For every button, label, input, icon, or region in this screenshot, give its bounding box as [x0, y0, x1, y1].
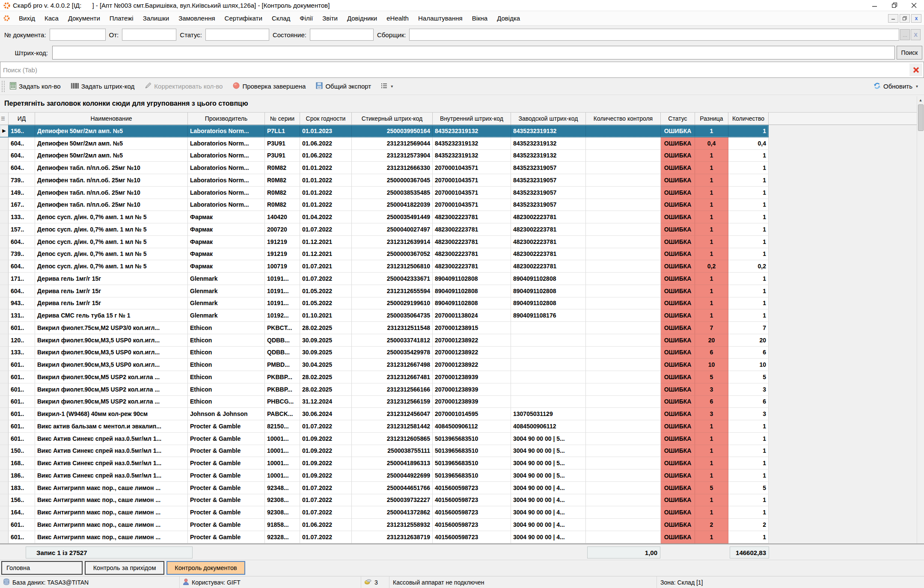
cell-manufacturer[interactable]: Procter & Gamble [188, 420, 265, 433]
cell-series[interactable]: 140420 [265, 211, 300, 223]
cell-diff[interactable]: 5 [695, 482, 728, 494]
cell-manufacturer[interactable]: Procter & Gamble [188, 433, 265, 445]
cell-diff[interactable]: 5 [695, 371, 728, 383]
cell-series[interactable]: PMBD... [265, 359, 300, 371]
cell-factory-code[interactable]: 8904091102808 [511, 297, 586, 310]
cell-status[interactable]: ОШИБКА [661, 433, 695, 445]
cell-sticker-code[interactable]: 2500029199610 [352, 297, 433, 310]
cell-id[interactable]: 167.. [9, 199, 35, 211]
cell-manufacturer[interactable]: Laboratorios Norm... [188, 150, 265, 162]
column-header-status[interactable]: Статус [661, 113, 695, 125]
table-row[interactable]: 604..Депиофен 50мг/2мл амп. №5Laboratori… [0, 150, 769, 162]
cell-qty[interactable]: 1 [728, 506, 769, 519]
cell-sticker-code[interactable]: 2312312558932 [352, 519, 433, 531]
cell-factory-code[interactable]: 3004 90 00 00 | 4... [511, 494, 586, 507]
cell-status[interactable]: ОШИБКА [661, 457, 695, 469]
cell-name[interactable]: Викс Антигрипп макс пор., саше лимон ... [35, 531, 188, 543]
cell-diff[interactable]: 1 [695, 297, 728, 310]
cell-internal-code[interactable]: 5013965683510 [433, 469, 511, 482]
menu-item-11[interactable]: eHealth [382, 13, 413, 24]
cell-diff[interactable]: 1 [695, 433, 728, 445]
cell-expiry[interactable]: 01.09.2022 [300, 457, 352, 469]
cell-expiry[interactable]: 01.10.2021 [300, 309, 352, 322]
cell-id[interactable]: 601.. [9, 322, 35, 334]
cell-internal-code[interactable]: 4823002223781 [433, 248, 511, 261]
cell-status[interactable]: ОШИБКА [661, 519, 695, 531]
cell-factory-code[interactable] [511, 359, 586, 371]
cell-manufacturer[interactable]: Glenmark [188, 297, 265, 310]
cell-qty[interactable]: 2 [728, 519, 769, 531]
cell-id[interactable]: 604.. [9, 260, 35, 273]
cell-name[interactable]: Викрил фиолет.90см,М3,5 USP0 кол.игл... [35, 334, 188, 347]
cell-control-qty[interactable] [586, 433, 661, 445]
cell-control-qty[interactable] [586, 309, 661, 322]
cell-id[interactable]: 149.. [9, 187, 35, 199]
cell-diff[interactable]: 1 [695, 273, 728, 285]
cell-sticker-code[interactable]: 2312312667481 [352, 371, 433, 383]
cell-qty[interactable]: 1 [728, 125, 769, 137]
cell-sticker-code[interactable]: 2312312569044 [352, 137, 433, 150]
cell-name[interactable]: Депос сусп. д/ин. 0,7% амп. 1 мл № 5 [35, 248, 188, 261]
cell-control-qty[interactable] [586, 162, 661, 174]
cell-expiry[interactable]: 01.09.2022 [300, 469, 352, 482]
cell-expiry[interactable]: 01.05.2022 [300, 285, 352, 297]
table-row[interactable]: 601..Викс актив бальзам с ментол.и эвкал… [0, 420, 769, 433]
table-row[interactable]: 739..Депиофен табл. п/пл.об. 25мг №10Lab… [0, 174, 769, 187]
cell-internal-code[interactable]: 8435232319132 [433, 150, 511, 162]
cell-control-qty[interactable] [586, 347, 661, 359]
cell-control-qty[interactable] [586, 482, 661, 494]
cell-factory-code[interactable]: 4823002223781 [511, 236, 586, 248]
tab-kontrol-za-prykhodom[interactable]: Контроль за прихідом [85, 561, 164, 575]
collector-clear-button[interactable]: X [911, 29, 921, 40]
cell-expiry[interactable]: 01.07.2022 [300, 506, 352, 519]
cell-status[interactable]: ОШИБКА [661, 408, 695, 420]
cell-sticker-code[interactable]: 2500039732227 [352, 494, 433, 507]
cell-status[interactable]: ОШИБКА [661, 211, 695, 223]
cell-diff[interactable]: 3 [695, 408, 728, 420]
cell-diff[interactable]: 1 [695, 531, 728, 543]
cell-control-qty[interactable] [586, 469, 661, 482]
cell-internal-code[interactable]: 2070001138024 [433, 309, 511, 322]
refresh-button[interactable]: Обновить ▾ [873, 82, 918, 91]
export-button[interactable]: Общий экспорт [314, 81, 373, 92]
cell-internal-code[interactable]: 2070001043571 [433, 199, 511, 211]
cell-status[interactable]: ОШИБКА [661, 248, 695, 261]
cell-control-qty[interactable] [586, 150, 661, 162]
cell-status[interactable]: ОШИБКА [661, 420, 695, 433]
cell-factory-code[interactable]: 8904091102808 [511, 285, 586, 297]
cell-name[interactable]: Викс Антигрипп макс пор., саше лимон ... [35, 482, 188, 494]
table-row[interactable]: 150..Викс Актив Синекс спрей наз.0.5мг/м… [0, 445, 769, 457]
table-row[interactable]: 156..Викс Антигрипп макс пор., саше лимо… [0, 494, 769, 507]
table-row[interactable]: 943..Дерива гель 1мг/г 15гGlenmark10191.… [0, 297, 769, 310]
collector-input[interactable] [409, 29, 899, 41]
cell-id[interactable]: 943.. [9, 297, 35, 310]
cell-id[interactable]: 156.. [9, 494, 35, 507]
cell-internal-code[interactable]: 4823002223781 [433, 223, 511, 236]
clear-search-button[interactable] [909, 63, 922, 76]
cell-name[interactable]: Викрил фиолет.90см,М5 USP2 кол.игла ... [35, 396, 188, 408]
cell-internal-code[interactable]: 2070001043571 [433, 174, 511, 187]
cell-id[interactable]: 133.. [9, 347, 35, 359]
cell-id[interactable]: 150.. [9, 445, 35, 457]
cell-internal-code[interactable]: 8435232319132 [433, 137, 511, 150]
cell-status[interactable]: ОШИБКА [661, 494, 695, 507]
cell-factory-code[interactable]: 8435232319057 [511, 162, 586, 174]
correct-quantity-button[interactable]: Корректировать кол-во [143, 81, 224, 92]
cell-internal-code[interactable]: 2070001238922 [433, 347, 511, 359]
cell-factory-code[interactable]: 8435232319057 [511, 174, 586, 187]
cell-id[interactable]: 183.. [9, 482, 35, 494]
cell-id[interactable]: 157.. [9, 223, 35, 236]
barcode-input[interactable] [52, 46, 895, 59]
cell-expiry[interactable]: 01.09.2022 [300, 445, 352, 457]
cell-internal-code[interactable]: 5013965683510 [433, 445, 511, 457]
status-input[interactable] [205, 29, 269, 41]
cell-qty[interactable]: 6 [728, 347, 769, 359]
cell-series[interactable]: 10192... [265, 309, 300, 322]
cell-sticker-code[interactable]: 2312312605865 [352, 433, 433, 445]
cell-sticker-code[interactable]: 2500041372862 [352, 506, 433, 519]
cell-qty[interactable]: 1 [728, 199, 769, 211]
cell-series[interactable]: R0M82 [265, 187, 300, 199]
cell-series[interactable]: P3U91 [265, 150, 300, 162]
column-header-internal-code[interactable]: Внутренний штрих-код [433, 113, 511, 125]
cell-qty[interactable]: 3 [728, 383, 769, 396]
